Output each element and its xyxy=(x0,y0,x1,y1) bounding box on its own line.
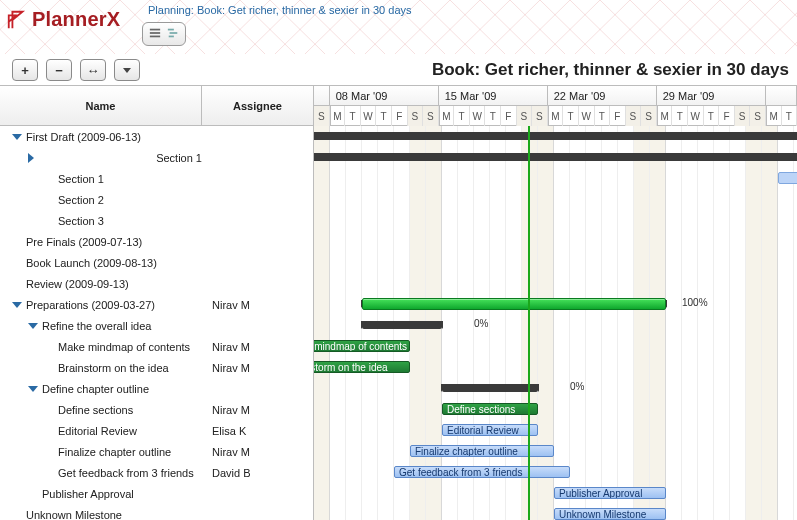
day-header: T xyxy=(376,106,392,126)
svg-rect-2 xyxy=(150,32,160,34)
day-header: W xyxy=(688,106,704,126)
day-header: W xyxy=(361,106,377,126)
gantt-view-icon[interactable] xyxy=(167,27,179,41)
svg-rect-1 xyxy=(150,29,160,31)
day-header: T xyxy=(345,106,361,126)
task-row[interactable]: First Draft (2009-06-13) xyxy=(0,126,313,147)
task-bar[interactable] xyxy=(778,172,797,184)
task-name: Book Launch (2009-08-13) xyxy=(26,257,157,269)
gantt-row: 0% xyxy=(314,378,797,399)
day-header: S xyxy=(750,106,766,126)
disclosure-triangle-icon[interactable] xyxy=(28,386,38,392)
day-header: M xyxy=(657,106,673,126)
task-assignee: Nirav M xyxy=(202,446,313,458)
view-switcher[interactable] xyxy=(142,22,186,46)
task-row[interactable]: Editorial ReviewElisa K xyxy=(0,420,313,441)
task-name: Section 1 xyxy=(58,173,104,185)
task-tree[interactable]: First Draft (2009-06-13)Section 1Section… xyxy=(0,126,313,520)
task-row[interactable]: Refine the overall idea xyxy=(0,315,313,336)
task-row[interactable]: Preparations (2009-03-27)Nirav M xyxy=(0,294,313,315)
disclosure-triangle-icon[interactable] xyxy=(12,134,22,140)
disclosure-triangle-icon[interactable] xyxy=(12,302,22,308)
task-bar[interactable]: Finalize chapter outline xyxy=(410,445,554,457)
task-bar[interactable]: Make mindmap of contents xyxy=(314,340,410,352)
left-panel: Name Assignee First Draft (2009-06-13)Se… xyxy=(0,86,314,520)
summary-bar[interactable] xyxy=(362,321,442,329)
day-header: M xyxy=(548,106,564,126)
svg-rect-4 xyxy=(168,29,174,31)
day-header: S xyxy=(641,106,657,126)
task-row[interactable]: Finalize chapter outlineNirav M xyxy=(0,441,313,462)
progress-bar[interactable] xyxy=(362,298,666,310)
task-assignee: David B xyxy=(202,467,313,479)
task-name: Finalize chapter outline xyxy=(58,446,171,458)
gantt-row: Brainstorm on the idea xyxy=(314,357,797,378)
day-header: M xyxy=(330,106,346,126)
task-row[interactable]: Unknown Milestone xyxy=(0,504,313,520)
task-row[interactable]: Publisher Approval xyxy=(0,483,313,504)
column-header-assignee[interactable]: Assignee xyxy=(202,86,313,125)
day-header: F xyxy=(501,106,517,126)
gantt-row xyxy=(314,126,797,147)
task-row[interactable]: Section 2 xyxy=(0,189,313,210)
task-row[interactable]: Section 1 xyxy=(0,168,313,189)
task-name: Make mindmap of contents xyxy=(58,341,190,353)
task-name: Get feedback from 3 friends xyxy=(58,467,194,479)
task-row[interactable]: Section 3 xyxy=(0,210,313,231)
day-header: T xyxy=(595,106,611,126)
summary-bar[interactable] xyxy=(314,153,797,161)
list-view-icon[interactable] xyxy=(149,27,161,41)
day-header: T xyxy=(704,106,720,126)
summary-bar[interactable] xyxy=(314,132,797,140)
disclosure-triangle-icon[interactable] xyxy=(28,153,152,163)
gantt-row xyxy=(314,210,797,231)
task-bar[interactable]: Publisher Approval xyxy=(554,487,666,499)
gantt-panel: 08 Mar '0915 Mar '0922 Mar '0929 Mar '09… xyxy=(314,86,797,520)
gantt-row: Define sections xyxy=(314,399,797,420)
task-row[interactable]: Define chapter outline xyxy=(0,378,313,399)
task-row[interactable]: Section 1 xyxy=(0,147,313,168)
task-bar[interactable]: Get feedback from 3 friends xyxy=(394,466,570,478)
task-name: Review (2009-09-13) xyxy=(26,278,129,290)
app-logo[interactable]: PlannerX xyxy=(6,8,120,31)
task-row[interactable]: Define sectionsNirav M xyxy=(0,399,313,420)
task-bar[interactable]: Unknown Milestone xyxy=(554,508,666,520)
day-header: T xyxy=(782,106,798,126)
disclosure-triangle-icon[interactable] xyxy=(28,323,38,329)
task-row[interactable]: Pre Finals (2009-07-13) xyxy=(0,231,313,252)
task-bar[interactable]: Editorial Review xyxy=(442,424,538,436)
day-header: S xyxy=(517,106,533,126)
gantt-row: Unknown Milestone xyxy=(314,504,797,520)
task-name: Unknown Milestone xyxy=(26,509,122,521)
gantt-rows: 0%100%0%Make mindmap of contentsBrainsto… xyxy=(314,126,797,520)
gantt-row xyxy=(314,231,797,252)
timeline-days: SMTWTFSSMTWTFSSMTWTFSSMTWTFSSMT xyxy=(314,106,797,126)
column-header-name[interactable]: Name xyxy=(0,86,202,125)
day-header: S xyxy=(532,106,548,126)
progress-label: 0% xyxy=(570,381,584,392)
task-row[interactable]: Review (2009-09-13) xyxy=(0,273,313,294)
summary-bar[interactable] xyxy=(442,384,538,392)
week-header xyxy=(314,86,330,105)
timeline-weeks: 08 Mar '0915 Mar '0922 Mar '0929 Mar '09 xyxy=(314,86,797,106)
day-header: F xyxy=(392,106,408,126)
add-button[interactable]: + xyxy=(12,59,38,81)
day-header: W xyxy=(579,106,595,126)
active-tab-title[interactable]: Planning: Book: Get richer, thinner & se… xyxy=(142,0,412,20)
task-bar[interactable]: Brainstorm on the idea xyxy=(314,361,410,373)
gantt-row: Make mindmap of contents xyxy=(314,336,797,357)
day-header: S xyxy=(423,106,439,126)
task-row[interactable]: Make mindmap of contentsNirav M xyxy=(0,336,313,357)
task-row[interactable]: Brainstorm on the ideaNirav M xyxy=(0,357,313,378)
task-name: Section 3 xyxy=(58,215,104,227)
remove-button[interactable]: − xyxy=(46,59,72,81)
more-button[interactable] xyxy=(114,59,140,81)
task-bar[interactable]: Define sections xyxy=(442,403,538,415)
task-name: Define sections xyxy=(58,404,133,416)
task-name: Section 1 xyxy=(156,152,202,164)
shift-button[interactable]: ↔ xyxy=(80,59,106,81)
task-row[interactable]: Book Launch (2009-08-13) xyxy=(0,252,313,273)
svg-rect-3 xyxy=(150,36,160,38)
task-row[interactable]: Get feedback from 3 friendsDavid B xyxy=(0,462,313,483)
gantt-body[interactable]: 0%100%0%Make mindmap of contentsBrainsto… xyxy=(314,126,797,520)
